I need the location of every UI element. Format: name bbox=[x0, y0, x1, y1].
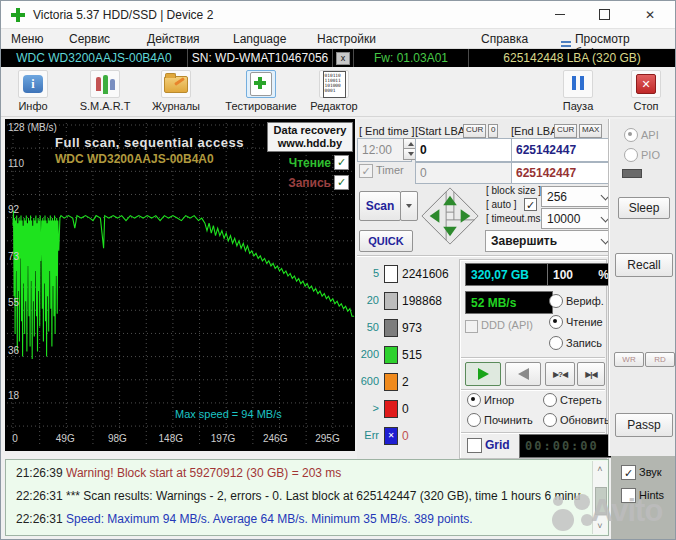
menu-item-6[interactable]: Справка bbox=[481, 32, 528, 46]
maximize-icon bbox=[599, 9, 610, 20]
drive-model[interactable]: WDC WD3200AAJS-00B4A0 bbox=[1, 49, 188, 67]
counter-box-20[interactable] bbox=[384, 292, 398, 310]
block-size-select[interactable]: 256 bbox=[541, 186, 615, 207]
timeout-select[interactable]: 10000 bbox=[541, 208, 615, 229]
info-label: Инфо bbox=[18, 100, 47, 112]
sound-checkbox[interactable]: ✓ bbox=[621, 465, 636, 480]
y-tick-36: 36 bbox=[8, 345, 19, 356]
play-button[interactable] bbox=[465, 362, 501, 386]
smart-label: S.M.A.R.T bbox=[80, 100, 131, 112]
counter-box-600[interactable] bbox=[384, 373, 398, 391]
pio-label: PIO bbox=[641, 149, 660, 161]
recall-button[interactable]: Recall bbox=[615, 253, 673, 277]
skip-question-button[interactable]: ▶?◀ bbox=[545, 362, 575, 386]
rd-button[interactable]: RD bbox=[645, 352, 675, 367]
counter-box-50[interactable] bbox=[384, 319, 398, 337]
separator bbox=[357, 255, 609, 257]
write-radio[interactable] bbox=[549, 336, 563, 350]
wr-button[interactable]: WR bbox=[614, 352, 644, 367]
titlebar: Victoria 5.37 HDD/SSD | Device 2 ✕ bbox=[1, 1, 675, 29]
ignore-radio[interactable] bbox=[467, 393, 481, 407]
counter-box-200[interactable] bbox=[384, 346, 398, 364]
block-size-label: [ block size ] bbox=[486, 185, 541, 196]
side-strip: API PIO Sleep Recall WR RD Passp bbox=[609, 119, 676, 456]
timer-checkbox[interactable]: ✓ bbox=[359, 164, 373, 178]
log-text: Speed: Maximum 94 MB/s. Average 64 MB/s.… bbox=[66, 512, 581, 526]
log-row-3[interactable]: 22:26:31Speed: Maximum 94 MB/s. Average … bbox=[6, 509, 608, 531]
scroll-up-icon[interactable]: ˄ bbox=[593, 464, 607, 474]
scan-button[interactable]: Scan bbox=[359, 191, 401, 221]
smart-button[interactable]: S.M.A.R.T bbox=[75, 70, 135, 114]
drive-x-button[interactable]: x bbox=[333, 49, 354, 67]
write-checkbox[interactable]: ✓ bbox=[334, 175, 349, 190]
pio-radio[interactable] bbox=[624, 148, 638, 162]
erase-radio[interactable] bbox=[543, 393, 557, 407]
log-row-2[interactable]: 22:26:31*** Scan results: Warnings - 2, … bbox=[6, 486, 608, 508]
read-radio[interactable] bbox=[549, 315, 563, 329]
start-lba-zero-button[interactable]: 0 bbox=[488, 124, 498, 138]
info-icon: i bbox=[18, 70, 48, 98]
close-button[interactable]: ✕ bbox=[629, 1, 671, 28]
menu-item-3[interactable]: Действия bbox=[147, 32, 200, 46]
y-tick-18: 18 bbox=[8, 390, 19, 401]
scan-dropdown-button[interactable] bbox=[400, 191, 418, 221]
ddd-checkbox[interactable] bbox=[465, 320, 478, 333]
skip-end-button[interactable]: ▶|◀ bbox=[577, 362, 605, 386]
pause-button[interactable]: Пауза bbox=[555, 70, 601, 114]
stop-button[interactable]: ✕ Стоп bbox=[623, 70, 669, 114]
passp-button[interactable]: Passp bbox=[615, 413, 673, 437]
drive-firmware: Fw: 01.03A01 bbox=[354, 49, 469, 67]
start-lba-input[interactable]: 0 bbox=[415, 138, 515, 162]
grid-checkbox[interactable] bbox=[467, 438, 482, 453]
position-value: 320,07 GB bbox=[471, 268, 529, 282]
maximize-button[interactable] bbox=[583, 1, 625, 28]
menu-item-4[interactable]: Language bbox=[233, 32, 286, 46]
finish-action-select[interactable]: Завершить bbox=[485, 230, 615, 252]
menu-item-5[interactable]: Настройки bbox=[317, 32, 376, 46]
start-lba-cur-button[interactable]: CUR bbox=[463, 124, 486, 138]
nav-pad[interactable] bbox=[419, 185, 481, 247]
menu-item-1[interactable]: Меню bbox=[11, 32, 43, 46]
info-button[interactable]: i Инфо bbox=[9, 70, 57, 114]
close-icon: ✕ bbox=[645, 8, 655, 22]
hints-checkbox[interactable] bbox=[621, 488, 636, 503]
end-lba-input[interactable]: 625142447 bbox=[511, 138, 613, 162]
counter-box->[interactable] bbox=[384, 400, 398, 418]
test-button[interactable]: Тестирование bbox=[221, 70, 301, 114]
timer-value-input[interactable]: 0 bbox=[415, 162, 515, 184]
scroll-thumb[interactable] bbox=[595, 487, 607, 515]
verify-radio[interactable] bbox=[549, 294, 563, 308]
log-scrollbar[interactable]: ˄ ˅ bbox=[592, 461, 607, 534]
back-button[interactable] bbox=[505, 362, 541, 386]
timeout-label: [ timeout.ms ] bbox=[486, 213, 546, 224]
stop-icon: ✕ bbox=[631, 70, 661, 98]
api-radio[interactable] bbox=[624, 128, 638, 142]
read-checkbox[interactable]: ✓ bbox=[334, 155, 349, 170]
separator bbox=[461, 389, 605, 391]
repair-radio[interactable] bbox=[467, 413, 481, 427]
counter-box-Err[interactable]: ✕ bbox=[384, 427, 398, 445]
logs-button[interactable]: Журналы bbox=[145, 70, 207, 114]
editor-button[interactable]: 010110 110011 101000 0001 Редактор bbox=[305, 70, 363, 114]
sleep-button[interactable]: Sleep bbox=[618, 197, 670, 219]
editor-icon: 010110 110011 101000 0001 bbox=[319, 70, 349, 98]
scroll-down-icon[interactable]: ˅ bbox=[593, 521, 607, 531]
dropdown-arrow-icon bbox=[406, 204, 412, 208]
api-label: API bbox=[641, 129, 659, 141]
counter-value-5: 2241606 bbox=[402, 267, 449, 281]
end-lba-cur-button[interactable]: CUR bbox=[554, 124, 577, 138]
log-row-1[interactable]: 21:26:39Warning! Block start at 59270912… bbox=[6, 463, 608, 485]
counter-value-200: 515 bbox=[402, 348, 422, 362]
auto-checkbox[interactable]: ✓ bbox=[524, 198, 537, 211]
end-lba-max-button[interactable]: MAX bbox=[579, 124, 602, 138]
quick-button[interactable]: QUICK bbox=[359, 230, 413, 252]
counter-label-Err: Err bbox=[357, 429, 379, 441]
refresh-radio[interactable] bbox=[543, 413, 557, 427]
refresh-label: Обновить bbox=[560, 414, 610, 426]
y-tick-55: 55 bbox=[8, 297, 19, 308]
counter-box-5[interactable] bbox=[384, 265, 398, 283]
speed-display: 52 MB/s bbox=[465, 291, 553, 314]
end-lba-input-2[interactable]: 625142447 bbox=[511, 162, 613, 184]
minimize-button[interactable] bbox=[539, 1, 581, 28]
menu-item-2[interactable]: Сервис bbox=[69, 32, 110, 46]
